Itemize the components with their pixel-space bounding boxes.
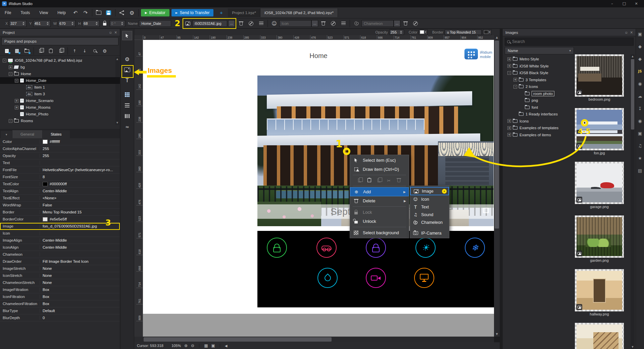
property-row[interactable]: IconAlign Center-Middle <box>0 244 120 251</box>
menu-item-lock[interactable]: Lock <box>350 208 409 217</box>
menu-view[interactable]: View <box>35 10 53 15</box>
tab-project1[interactable]: Project 1.irpz* <box>228 8 260 17</box>
icon-delete-button[interactable] <box>318 19 328 28</box>
property-row[interactable]: Text <box>0 159 120 166</box>
panel-icon[interactable]: ◆ <box>638 44 642 49</box>
property-row[interactable]: TextAlign Center-Middle <box>0 188 120 195</box>
duplicate-button[interactable] <box>56 47 65 55</box>
pages-popups-selector[interactable]: Pages and popups <box>1 37 118 45</box>
search-input[interactable]: Search <box>512 39 525 44</box>
open-project-button[interactable] <box>94 9 104 17</box>
copy-button[interactable] <box>36 47 45 55</box>
scenario-button[interactable] <box>414 268 434 288</box>
item-name-field[interactable]: Home_Date <box>139 20 171 27</box>
canvas-vertical-scrollbar[interactable]: ▲ ▼ <box>494 35 500 337</box>
new-tab-button[interactable]: + <box>217 9 225 16</box>
w-spinner[interactable] <box>71 22 74 25</box>
tree-expander[interactable]: + <box>15 106 18 109</box>
color-swatch-picker[interactable]: ▾ <box>419 30 428 35</box>
panel-icon[interactable]: ▤ <box>638 168 642 173</box>
panel-icon[interactable]: ♫ <box>638 143 642 149</box>
tree-settings-button[interactable]: ⚙ <box>100 47 109 55</box>
tree-expander[interactable]: - <box>9 119 12 123</box>
tree-expander[interactable]: - <box>3 59 6 62</box>
panel-icon[interactable]: ↧ <box>638 106 642 111</box>
w-field[interactable]: 670 <box>58 20 76 27</box>
y-field[interactable]: 451 <box>33 20 51 27</box>
icon-align-button[interactable] <box>338 19 348 28</box>
property-row[interactable]: Color #ffffffff <box>0 138 120 145</box>
property-row[interactable]: TextEffect <None> <box>0 195 120 202</box>
images-tree-item[interactable]: 1 Ready interfaces <box>505 111 574 118</box>
image-align-button[interactable] <box>256 19 266 28</box>
grid-toggle-button[interactable]: ▦ <box>204 343 208 348</box>
project-tree-item[interactable]: Item 3 <box>0 91 120 97</box>
scenario-button[interactable] <box>316 238 337 258</box>
project-tree-item[interactable]: + Home_Scenario <box>0 97 120 104</box>
collapse-properties-button[interactable]: ▾ <box>1 131 12 138</box>
submenu-item-icon[interactable]: ☺ Icon <box>410 195 449 203</box>
send-to-transfer-button[interactable]: ► Send to Transfer <box>171 9 214 16</box>
tab-general[interactable]: General <box>12 130 42 138</box>
submenu-item-image[interactable]: Image <box>410 187 449 195</box>
scenario-button[interactable] <box>366 268 386 288</box>
paste-button[interactable] <box>367 178 371 183</box>
project-tree-item[interactable]: - Home <box>0 70 120 77</box>
property-row[interactable]: IconFiltration Box <box>0 293 120 300</box>
share-button[interactable] <box>117 9 127 17</box>
image-browse-button[interactable]: ... <box>228 20 235 27</box>
image-clear-button[interactable] <box>246 19 256 28</box>
menu-item-select-item[interactable]: Select item (Esc) <box>350 156 409 165</box>
scenario-icon-panel[interactable]: ☀ ❄ <box>257 231 494 307</box>
images-tree-item[interactable]: + Metro Style <box>505 56 574 63</box>
menu-item-draw-item[interactable]: Draw item (Ctrl+D) <box>350 165 409 174</box>
settings-tool[interactable]: ⚙ <box>122 54 132 64</box>
angle-spinner[interactable] <box>120 22 124 25</box>
property-row[interactable]: BorderColor #e5e5e5ff <box>0 216 120 223</box>
property-row[interactable]: ImageStretch None <box>0 265 120 272</box>
tree-expander[interactable]: + <box>15 99 18 103</box>
property-row[interactable]: ChameleonFiltration Box <box>0 300 120 307</box>
icon-clear-button[interactable] <box>328 19 338 28</box>
menu-item-unlock[interactable]: Unlock <box>350 217 409 226</box>
images-tree-item[interactable]: - 2 Icons <box>505 83 574 90</box>
panel-icon[interactable]: ▣ <box>638 32 642 37</box>
settings-button[interactable]: ⚙ <box>127 9 137 17</box>
tree-expander[interactable]: + <box>507 64 511 68</box>
angle-field[interactable]: 0 ° <box>110 20 125 27</box>
cut-button[interactable]: ✂ <box>387 178 391 183</box>
panel-icon[interactable]: JS <box>638 69 642 74</box>
tab-ios8-project[interactable]: iOS8_1024x768 (iPad 2, iPad Mini).irpz* <box>260 8 338 17</box>
move-up-button[interactable]: ↑ <box>70 47 79 55</box>
property-row[interactable]: ImageFiltration Box <box>0 286 120 293</box>
opacity-field[interactable]: 255 <box>389 30 404 35</box>
project-tree-item[interactable]: - Home_Date <box>0 77 120 84</box>
chameleon-clear-button[interactable] <box>410 19 420 28</box>
menu-help[interactable]: Help <box>53 10 70 15</box>
tab-states[interactable]: States <box>43 130 70 138</box>
tree-expander[interactable]: - <box>15 79 18 83</box>
property-row[interactable]: Border Menu Top Rounded 15 <box>0 209 120 216</box>
image-file-field[interactable]: i50D2932AE.jpg <box>192 20 227 27</box>
add-popup-button[interactable] <box>12 47 21 55</box>
property-row[interactable]: ChameleonStretch None <box>0 279 120 286</box>
panel-icon[interactable]: ☁ <box>638 94 642 99</box>
close-button[interactable]: × <box>631 1 642 7</box>
property-row[interactable]: Image fon_d_07E009050D2932AE.jpg <box>0 223 120 230</box>
y-spinner[interactable] <box>46 22 49 25</box>
property-row[interactable]: ColorAlphaChannel 255 <box>0 145 120 152</box>
scrollbar-thumb[interactable] <box>631 59 634 130</box>
menu-item-add[interactable]: ⊕ Add ▶ <box>350 187 409 196</box>
image-button[interactable] <box>184 19 191 28</box>
curve-tool[interactable]: ≈ <box>122 122 132 132</box>
snap-toggle-button[interactable]: ▣ <box>211 343 215 348</box>
lock-aspect-button[interactable] <box>100 19 110 28</box>
submenu-item-chameleon[interactable]: Chameleon <box>410 218 449 226</box>
tree-expander[interactable]: + <box>9 65 12 69</box>
property-row[interactable]: Opacity 255 <box>0 152 120 159</box>
icon-slot-button[interactable]: ☺ <box>269 19 279 28</box>
pin-panel-icon[interactable]: ▫ <box>109 31 112 34</box>
chameleon-field[interactable]: Chameleon <box>361 20 394 27</box>
property-row[interactable]: Chameleon <box>0 251 120 258</box>
paste-button[interactable] <box>46 47 55 55</box>
